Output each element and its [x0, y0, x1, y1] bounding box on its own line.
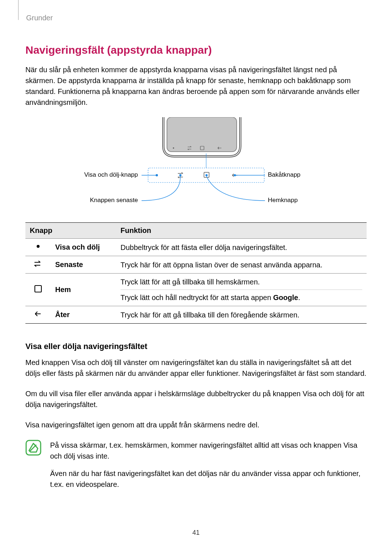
row-func: Tryck lätt för att gå tillbaka till hems… — [116, 274, 367, 306]
svg-rect-4 — [167, 117, 237, 152]
row-func: Tryck här för att öppna listan över de s… — [116, 256, 367, 274]
svg-point-11 — [156, 174, 158, 176]
navbar-figure: Visa och dölj-knapp Knappen senaste Bakå… — [25, 117, 367, 208]
recents-icon — [25, 256, 51, 274]
row-func: Dubbeltryck för att fästa eller dölja na… — [116, 239, 367, 256]
back-icon — [25, 306, 51, 324]
row-name: Senaste — [51, 256, 116, 274]
page-number: 41 — [0, 529, 392, 537]
note-block: På vissa skärmar, t.ex. hemskärmen, komm… — [25, 440, 367, 490]
home-func1: Tryck lätt för att gå tillbaka till hems… — [121, 276, 362, 287]
section2-p3: Visa navigeringsfältet igen genom att dr… — [25, 419, 367, 430]
section2-p2: Om du vill visa filer eller använda appa… — [25, 388, 367, 410]
page-title: Navigeringsfält (appstyrda knappar) — [25, 44, 367, 56]
label-show-hide: Visa och dölj-knapp — [84, 171, 138, 178]
row-func: Tryck här för att gå tillbaka till den f… — [116, 306, 367, 324]
section2-heading: Visa eller dölja navigeringsfältet — [25, 342, 367, 351]
home-icon — [25, 274, 51, 306]
home-func2: Tryck lätt och håll nedtryckt för att st… — [121, 292, 362, 303]
header-divider — [18, 0, 19, 20]
note-icon — [25, 440, 41, 457]
label-recents: Knappen senaste — [90, 197, 138, 204]
svg-point-14 — [234, 174, 236, 176]
svg-point-12 — [179, 174, 181, 176]
svg-point-17 — [37, 245, 40, 248]
row-name: Visa och dölj — [51, 239, 116, 256]
note-1: På vissa skärmar, t.ex. hemskärmen, komm… — [50, 440, 367, 461]
row-name: Hem — [51, 274, 116, 306]
buttons-table: Knapp Funktion Visa och dölj Dubbeltryck… — [25, 222, 367, 324]
svg-point-5 — [173, 148, 174, 148]
label-back: Bakåtknapp — [268, 171, 301, 178]
intro-paragraph: När du slår på enheten kommer de appstyr… — [25, 64, 367, 108]
row-name: Åter — [51, 306, 116, 324]
svg-rect-18 — [35, 286, 41, 292]
th-button: Knapp — [25, 223, 116, 239]
svg-point-13 — [205, 174, 208, 176]
section2-p1: Med knappen Visa och dölj till vänster o… — [25, 357, 367, 379]
dot-icon — [25, 239, 51, 256]
note-2: Även när du har fäst navigeringsfältet k… — [50, 468, 367, 490]
breadcrumb: Grunder — [25, 14, 367, 22]
th-function: Funktion — [116, 223, 367, 239]
label-home: Hemknapp — [268, 197, 298, 204]
